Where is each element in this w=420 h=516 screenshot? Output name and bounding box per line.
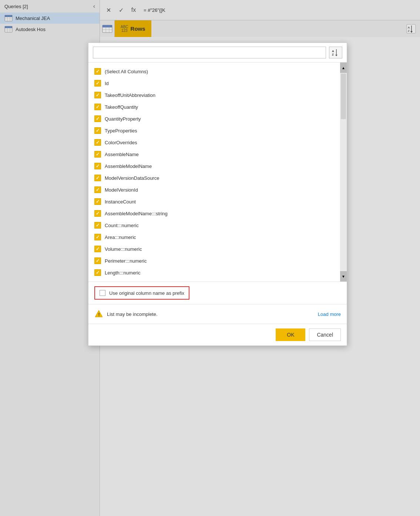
column-name: ModelVersionDataSource: [105, 175, 159, 181]
column-picker-dialog: A Z ✓ (Select All Columns) ✓ Id ✓: [88, 43, 347, 346]
column-item[interactable]: ✓ Perimeter:::numeric: [88, 255, 347, 267]
column-name: TypeProperties: [105, 128, 137, 134]
checkbox-checked[interactable]: ✓: [94, 210, 101, 217]
warning-text: List may be incomplete.: [107, 311, 314, 317]
scroll-thumb: [341, 74, 346, 119]
column-name: Area:::numeric: [105, 235, 136, 240]
column-name: Count:::numeric: [105, 223, 139, 228]
column-name: Length:::numeric: [105, 270, 141, 276]
column-item[interactable]: ✓ TakeoffQuantity: [88, 101, 347, 113]
scroll-up-btn[interactable]: ▲: [340, 63, 347, 73]
column-item[interactable]: ✓ ColorOverrides: [88, 136, 347, 148]
checkbox-checked[interactable]: ✓: [94, 198, 101, 205]
column-item[interactable]: ✓ Count:::numeric: [88, 219, 347, 231]
column-name: AssembleName: [105, 152, 139, 157]
column-name: ModelVersionId: [105, 187, 138, 193]
column-name: ColorOverrides: [105, 140, 137, 145]
checkbox-checked[interactable]: ✓: [94, 257, 101, 264]
column-item[interactable]: ✓ AssembleName: [88, 148, 347, 160]
svg-text:!: !: [98, 312, 100, 317]
column-list[interactable]: ✓ (Select All Columns) ✓ Id ✓ TakeoffUni…: [88, 63, 347, 281]
column-item[interactable]: ✓ AssembleModelName: [88, 160, 347, 172]
scrollbar-track[interactable]: ▲ ▼: [340, 63, 347, 281]
prefix-label: Use original column name as prefix: [109, 290, 184, 296]
warning-icon: !: [94, 310, 103, 318]
checkbox-checked[interactable]: ✓: [94, 175, 101, 181]
sort-az-icon: A Z: [331, 48, 340, 57]
column-name: TakeoffQuantity: [105, 104, 138, 110]
checkbox-checked[interactable]: ✓: [94, 139, 101, 146]
column-list-inner: ✓ (Select All Columns) ✓ Id ✓ TakeoffUni…: [88, 65, 347, 279]
search-input[interactable]: [93, 47, 326, 58]
checkbox-checked[interactable]: ✓: [94, 246, 101, 252]
cancel-button[interactable]: Cancel: [309, 328, 341, 341]
column-name: InstanceCount: [105, 199, 136, 205]
checkbox-checked[interactable]: ✓: [94, 127, 101, 134]
column-name: Volume:::numeric: [105, 246, 142, 252]
column-item[interactable]: ✓ (Select All Columns): [88, 65, 347, 77]
column-name: (Select All Columns): [105, 69, 148, 74]
column-item[interactable]: ✓ TakeoffUnitAbbreviation: [88, 89, 347, 101]
checkbox-checked[interactable]: ✓: [94, 151, 101, 158]
svg-text:A: A: [332, 50, 334, 53]
warning-section: ! List may be incomplete. Load more: [88, 304, 347, 324]
column-name: Perimeter:::numeric: [105, 258, 147, 264]
checkbox-checked[interactable]: ✓: [94, 68, 101, 75]
checkbox-checked[interactable]: ✓: [94, 222, 101, 229]
ok-button[interactable]: OK: [276, 328, 305, 341]
column-item[interactable]: ✓ TypeProperties: [88, 125, 347, 136]
scroll-down-btn[interactable]: ▼: [340, 271, 347, 281]
prefix-box[interactable]: Use original column name as prefix: [94, 286, 189, 300]
column-item[interactable]: ✓ AssembleModelName:::string: [88, 208, 347, 219]
checkbox-checked[interactable]: ✓: [94, 269, 101, 276]
checkbox-checked[interactable]: ✓: [94, 163, 101, 169]
column-item[interactable]: ✓ Id: [88, 77, 347, 89]
search-section: A Z: [88, 43, 347, 63]
column-item[interactable]: ✓ ModelVersionDataSource: [88, 172, 347, 184]
checkbox-checked[interactable]: ✓: [94, 104, 101, 110]
prefix-checkbox[interactable]: [100, 290, 105, 296]
sort-az-dialog-btn[interactable]: A Z: [329, 47, 342, 58]
checkbox-checked[interactable]: ✓: [94, 186, 101, 193]
column-item[interactable]: ✓ Area:::numeric: [88, 231, 347, 243]
checkbox-checked[interactable]: ✓: [94, 80, 101, 87]
checkbox-checked[interactable]: ✓: [94, 92, 101, 98]
checkbox-checked[interactable]: ✓: [94, 115, 101, 122]
checkbox-checked[interactable]: ✓: [94, 234, 101, 240]
column-item[interactable]: ✓ Length:::numeric: [88, 267, 347, 279]
prefix-section: Use original column name as prefix: [88, 281, 347, 304]
svg-marker-26: [335, 55, 337, 56]
svg-text:Z: Z: [332, 53, 334, 56]
column-item[interactable]: ✓ InstanceCount: [88, 196, 347, 208]
column-item[interactable]: ✓ QuantityProperty: [88, 113, 347, 125]
load-more-button[interactable]: Load more: [318, 311, 341, 317]
dialog-footer: OK Cancel: [88, 324, 347, 345]
column-item[interactable]: ✓ ModelVersionId: [88, 184, 347, 196]
column-name: AssembleModelName: [105, 163, 152, 169]
column-name: QuantityProperty: [105, 116, 141, 122]
column-name: TakeoffUnitAbbreviation: [105, 92, 155, 98]
column-name: AssembleModelName:::string: [105, 211, 168, 216]
column-name: Id: [105, 81, 109, 86]
column-item[interactable]: ✓ Volume:::numeric: [88, 243, 347, 255]
